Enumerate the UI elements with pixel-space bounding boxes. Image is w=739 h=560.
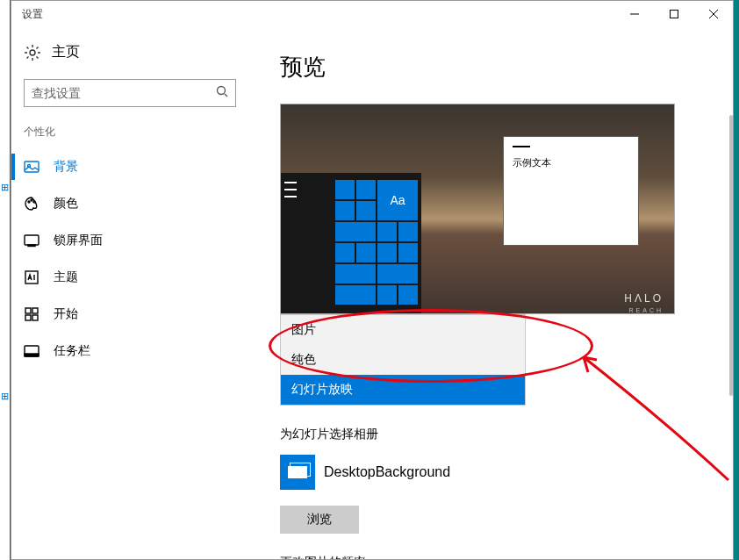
sidebar-item-taskbar[interactable]: 任务栏 — [11, 333, 248, 370]
sidebar-item-label: 开始 — [54, 306, 78, 322]
svg-rect-10 — [25, 271, 38, 284]
start-icon — [24, 306, 39, 322]
preview-sample-text: 示例文本 — [513, 156, 629, 169]
svg-rect-8 — [25, 235, 39, 245]
wallpaper-preview: Aa 示例文本 HΛLO REACH — [280, 104, 675, 314]
picture-icon — [24, 159, 39, 175]
svg-point-7 — [33, 201, 35, 203]
frequency-label: 更改图片的频率 — [280, 555, 701, 559]
search-input[interactable] — [24, 79, 236, 107]
svg-rect-9 — [28, 245, 35, 247]
settings-window: 设置 主页 个性化 — [11, 0, 734, 560]
page-heading: 预览 — [280, 52, 701, 83]
sidebar: 主页 个性化 背景 颜色 — [11, 27, 248, 559]
wallpaper-brand: HΛLO — [624, 292, 664, 305]
taskbar-icon — [24, 343, 39, 359]
svg-point-2 — [218, 87, 226, 95]
background-window-fragment: ⊞ ⊞ — [0, 0, 11, 560]
sidebar-item-label: 颜色 — [54, 196, 78, 212]
album-row[interactable]: DesktopBackground — [280, 449, 675, 495]
minimize-button[interactable] — [614, 1, 654, 27]
window-title: 设置 — [22, 7, 43, 22]
svg-point-6 — [31, 199, 32, 201]
album-folder-icon — [280, 455, 315, 490]
sidebar-item-themes[interactable]: 主题 — [11, 259, 248, 296]
background-type-dropdown[interactable]: 图片 纯色 幻灯片放映 — [280, 314, 526, 406]
search-icon — [216, 85, 228, 101]
sidebar-item-colors[interactable]: 颜色 — [11, 185, 248, 222]
dropdown-option-picture[interactable]: 图片 — [281, 315, 525, 345]
svg-rect-11 — [25, 308, 31, 313]
sidebar-item-label: 锁屏界面 — [54, 233, 103, 248]
svg-rect-0 — [670, 11, 678, 18]
sidebar-item-lockscreen[interactable]: 锁屏界面 — [11, 222, 248, 259]
sidebar-item-background[interactable]: 背景 — [11, 148, 248, 185]
wallpaper-brand-sub: REACH — [628, 307, 664, 313]
svg-rect-14 — [32, 315, 38, 320]
main-panel: 预览 Aa — [248, 27, 733, 559]
section-label: 个性化 — [11, 119, 248, 148]
gear-icon — [24, 44, 41, 61]
dropdown-option-slideshow[interactable]: 幻灯片放映 — [281, 375, 525, 405]
lockscreen-icon — [24, 233, 39, 248]
svg-rect-13 — [25, 315, 31, 320]
sidebar-item-label: 任务栏 — [54, 343, 90, 359]
scrollbar-thumb[interactable] — [729, 115, 733, 396]
themes-icon — [24, 269, 39, 285]
svg-point-5 — [28, 201, 30, 203]
maximize-button[interactable] — [654, 1, 693, 27]
svg-point-1 — [30, 50, 35, 55]
preview-tile-aa: Aa — [377, 180, 418, 220]
sidebar-item-start[interactable]: 开始 — [11, 296, 248, 333]
album-name: DesktopBackground — [324, 464, 450, 480]
sidebar-item-label: 主题 — [54, 269, 78, 285]
album-section-label: 为幻灯片选择相册 — [280, 427, 701, 442]
svg-rect-16 — [25, 354, 39, 356]
home-label: 主页 — [52, 43, 80, 61]
titlebar: 设置 — [11, 1, 733, 27]
scrollbar[interactable] — [721, 27, 733, 559]
preview-sample-window: 示例文本 — [503, 136, 639, 246]
preview-start-menu: Aa — [281, 173, 421, 313]
palette-icon — [24, 196, 39, 212]
browse-button[interactable]: 浏览 — [280, 506, 359, 534]
search-field[interactable] — [32, 86, 216, 100]
sidebar-item-label: 背景 — [54, 159, 78, 175]
svg-rect-12 — [32, 308, 38, 313]
svg-rect-3 — [25, 162, 39, 172]
close-button[interactable] — [693, 1, 733, 27]
home-button[interactable]: 主页 — [11, 38, 248, 74]
dropdown-option-solid[interactable]: 纯色 — [281, 345, 525, 375]
